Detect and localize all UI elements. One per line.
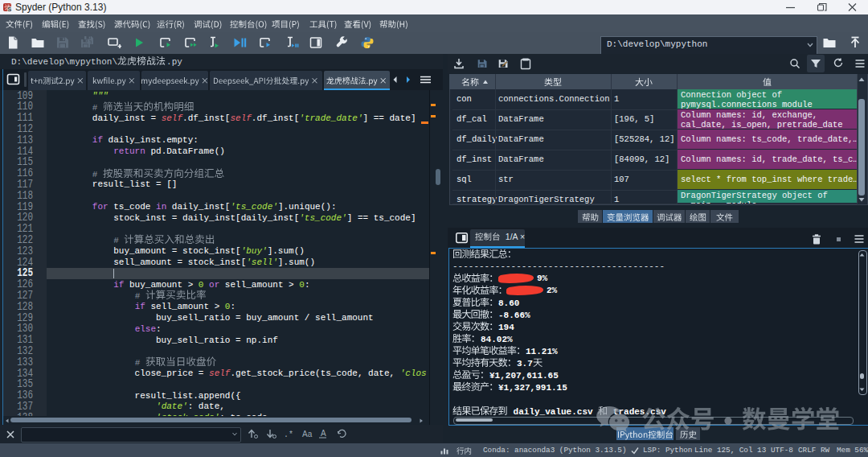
- svg-text:A: A: [321, 429, 326, 438]
- svg-text:.*: .*: [284, 430, 293, 439]
- svg-text:S: S: [7, 6, 11, 12]
- svg-text:Aa: Aa: [302, 430, 313, 438]
